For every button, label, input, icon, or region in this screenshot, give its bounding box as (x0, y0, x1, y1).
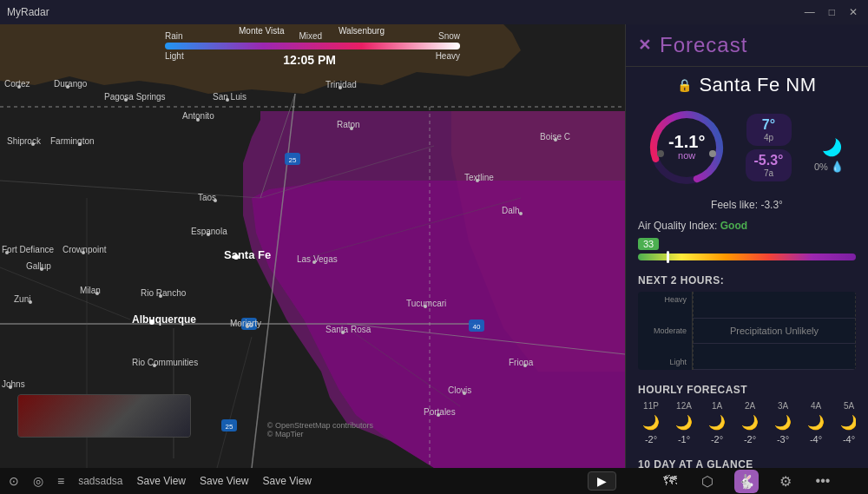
svg-text:40: 40 (473, 323, 481, 331)
legend-snow: Snow (438, 31, 460, 41)
svg-point-40 (476, 179, 479, 182)
hour-temp-2: -2° (711, 434, 723, 445)
chart-vline-end (855, 292, 856, 370)
hour-icon-2: 🌙 (708, 414, 726, 431)
record-button[interactable]: ⊙ (9, 474, 19, 488)
legend-light: Light (165, 51, 184, 67)
svg-point-31 (339, 86, 342, 89)
hour-temp-1: -1° (678, 434, 690, 445)
forecast-header: ✕ Forecast (626, 24, 868, 67)
save-view-button-2[interactable]: Save View (200, 475, 248, 487)
map-tool-icon[interactable]: 🗺 (660, 470, 681, 492)
hourly-scroll[interactable]: 11P 🌙 -2° 12A 🌙 -1° 1A 🌙 -2° 2A 🌙 -2° 3A… (638, 401, 856, 445)
city-section: 🔒 Santa Fe NM (626, 67, 868, 103)
svg-point-47 (159, 294, 162, 298)
high-temp-item: 7° 4p (746, 114, 792, 146)
chart-line-1 (693, 318, 856, 319)
close-forecast-button[interactable]: ✕ (638, 36, 651, 55)
aqi-marker (667, 251, 669, 263)
svg-point-48 (149, 319, 155, 325)
moon-icon (812, 122, 846, 157)
maximize-button[interactable]: □ (825, 6, 838, 18)
minimize-button[interactable]: — (801, 6, 819, 18)
hour-item-2: 1A 🌙 -2° (704, 401, 730, 445)
play-button[interactable]: ▶ (588, 471, 616, 491)
aqi-badge: 33 (638, 238, 659, 250)
air-quality-section: Air Quality Index: Good 33 (626, 214, 868, 267)
menu-button[interactable]: ≡ (57, 474, 64, 488)
hour-temp-5: -4° (810, 434, 822, 445)
legend-gradient (165, 43, 460, 49)
svg-point-46 (29, 300, 32, 304)
svg-text:25: 25 (289, 156, 297, 164)
chart-vline-start (693, 292, 694, 370)
legend-bottom: Light 12:05 PM Heavy (165, 51, 460, 67)
precipitation-percent: 0% (814, 161, 828, 172)
legend-heavy: Heavy (436, 51, 460, 67)
svg-point-29 (124, 98, 128, 102)
location-button[interactable]: ◎ (33, 474, 43, 488)
svg-point-27 (17, 85, 21, 89)
hour-label-2: 1A (712, 401, 722, 411)
hour-icon-1: 🌙 (675, 414, 693, 431)
save-view-button-1[interactable]: Save View (137, 475, 186, 487)
save-view-button-3[interactable]: Save View (263, 475, 312, 487)
settings-tool-icon[interactable]: ⚙ (776, 470, 795, 493)
feels-like: Feels like: -3.3° (626, 195, 868, 214)
time-display: 12:05 PM (283, 53, 336, 67)
hour-icon-3: 🌙 (741, 414, 759, 431)
hour-item-3: 2A 🌙 -2° (737, 401, 763, 445)
low-temp-time: 7a (764, 168, 773, 178)
username-label: sadsadsa (78, 475, 122, 487)
chart-area: Precipitation Unlikely (692, 292, 856, 370)
hour-icon-5: 🌙 (807, 414, 825, 431)
map-attribution: © OpenStreetMap contributors © MapTier (267, 421, 373, 438)
layers-tool-icon[interactable]: ⬡ (698, 470, 717, 493)
precipitation-chart: Heavy Moderate Light Precipitation Unlik… (638, 292, 856, 370)
hour-label-4: 3A (778, 401, 788, 411)
aqi-label: Air Quality Index: Good (638, 220, 856, 232)
svg-point-36 (214, 199, 217, 202)
bottom-bar: ⊙ ◎ ≡ sadsadsa Save View Save View Save … (0, 468, 625, 494)
app-title: MyRadar (7, 6, 49, 18)
lock-icon: 🔒 (677, 78, 692, 92)
map-preview (17, 394, 191, 438)
svg-point-42 (5, 251, 9, 254)
window-controls[interactable]: — □ ✕ (801, 6, 861, 18)
svg-point-38 (233, 254, 239, 260)
hourly-forecast-title: HOURLY FORECAST (638, 384, 856, 396)
close-button[interactable]: ✕ (845, 6, 861, 18)
hour-label-0: 11P (643, 401, 659, 411)
hourly-forecast-section: HOURLY FORECAST 11P 🌙 -2° 12A 🌙 -1° 1A 🌙… (626, 377, 868, 451)
svg-point-45 (95, 292, 99, 295)
hour-label-1: 12A (676, 401, 692, 411)
svg-point-61 (709, 150, 716, 157)
hour-item-5: 4A 🌙 -4° (803, 401, 829, 445)
svg-point-30 (226, 98, 229, 102)
hour-label-3: 2A (745, 401, 755, 411)
title-bar: MyRadar — □ ✕ (0, 0, 868, 24)
legend-mixed: Mixed (299, 31, 322, 41)
svg-point-49 (246, 325, 249, 328)
low-temp-value: -5.3° (754, 153, 784, 168)
svg-point-54 (523, 364, 527, 367)
more-tool-icon[interactable]: ••• (812, 470, 834, 492)
hour-label-6: 5A (844, 401, 854, 411)
chart-line-3 (693, 369, 856, 370)
hour-temp-6: -4° (843, 434, 855, 445)
ten-day-section: 10 DAY AT A GLANCE MonTodayWedThuFriSat (626, 451, 868, 468)
hour-icon-6: 🌙 (840, 414, 856, 431)
svg-point-52 (463, 392, 466, 395)
svg-point-60 (657, 150, 664, 157)
active-tool-icon[interactable]: 🐇 (734, 470, 759, 493)
svg-point-57 (554, 138, 557, 142)
svg-point-55 (9, 385, 12, 389)
legend-bar: Rain Mixed Snow Light 12:05 PM Heavy (165, 31, 460, 67)
high-temp-value: 7° (762, 117, 775, 133)
city-name: Santa Fe NM (699, 74, 816, 96)
svg-point-43 (40, 267, 43, 271)
next-2-hours-section: NEXT 2 HOURS: Heavy Moderate Light Preci… (626, 267, 868, 377)
hour-item-6: 5A 🌙 -4° (836, 401, 856, 445)
map-area[interactable]: 25 40 40 25 (0, 24, 625, 468)
temperature-section: -1.1° now 7° 4p -5.3° 7a 0% 💧 (626, 103, 868, 195)
